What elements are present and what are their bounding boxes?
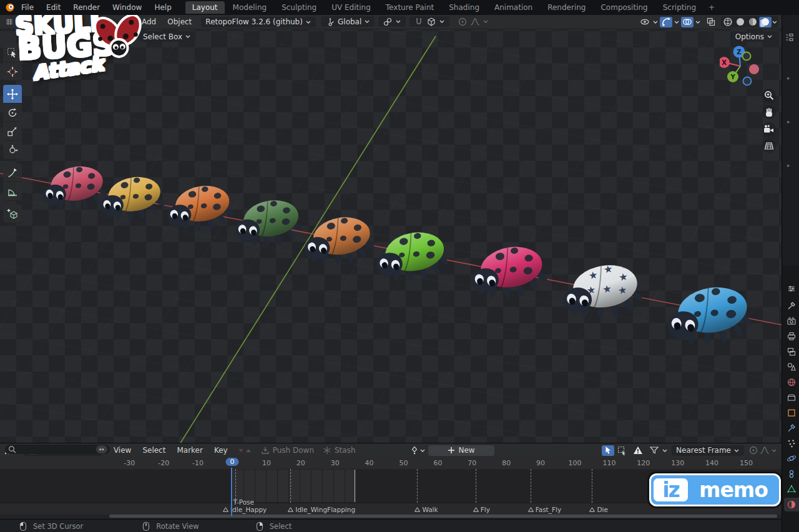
marker-T-Pose[interactable]: T-Pose bbox=[233, 498, 254, 506]
camera-view-icon[interactable] bbox=[762, 122, 776, 136]
properties-tab-constraints[interactable] bbox=[784, 467, 799, 481]
workspace-tab-sculpting[interactable]: Sculpting bbox=[275, 1, 323, 14]
menu-object[interactable]: Object bbox=[162, 17, 197, 26]
push-down-button[interactable]: Push Down bbox=[261, 446, 314, 455]
tool-scale[interactable] bbox=[3, 122, 22, 141]
menu-marker[interactable]: Marker bbox=[171, 446, 208, 455]
timeline-ruler[interactable]: -30-20-100102030405060708090100110120130… bbox=[0, 457, 782, 470]
properties-tab-tool[interactable] bbox=[784, 299, 799, 312]
tweak-select-icon[interactable] bbox=[602, 445, 614, 456]
options-dropdown[interactable]: Options bbox=[731, 31, 777, 42]
chevron-down-icon[interactable] bbox=[772, 19, 778, 25]
chevron-down-icon[interactable] bbox=[419, 448, 426, 453]
proportional-edit-icon[interactable] bbox=[748, 445, 758, 455]
move-up-icon[interactable] bbox=[245, 447, 252, 454]
properties-tab-scene[interactable] bbox=[784, 360, 799, 374]
workspace-tab-modeling[interactable]: Modeling bbox=[226, 1, 274, 14]
chevron-down-icon[interactable] bbox=[695, 19, 701, 25]
box-select-icon[interactable] bbox=[615, 445, 628, 456]
expand-handle[interactable]: ↔ bbox=[96, 445, 107, 453]
3d-viewport[interactable]: ★★★★★★ Add Object RetopoFlow 3.2.6 (gith… bbox=[0, 15, 782, 443]
properties-tab-output[interactable] bbox=[784, 329, 799, 343]
marker-Fly[interactable]: Fly bbox=[473, 506, 490, 513]
solid-icon[interactable] bbox=[734, 17, 747, 27]
snap-target-dropdown[interactable] bbox=[378, 16, 406, 27]
menu-edit[interactable]: Edit bbox=[40, 3, 67, 12]
workspace-tab-animation[interactable]: Animation bbox=[488, 1, 539, 14]
pan-hand-icon[interactable] bbox=[762, 105, 776, 119]
falloff-curve-icon[interactable] bbox=[760, 445, 770, 455]
marker-Die[interactable]: Die bbox=[589, 506, 607, 513]
menu-render[interactable]: Render bbox=[67, 3, 106, 12]
menu-view[interactable]: View bbox=[108, 446, 137, 455]
outliner-expand-icon[interactable]: ▸ bbox=[787, 118, 790, 125]
properties-tab-physics[interactable] bbox=[784, 452, 799, 465]
workspace-tab-scripting[interactable]: Scripting bbox=[656, 1, 703, 14]
marker-Idle_Happy[interactable]: Idle_Happy bbox=[223, 506, 267, 513]
filter-icon[interactable] bbox=[648, 445, 660, 456]
properties-tab-modifiers[interactable] bbox=[784, 421, 799, 435]
blender-logo[interactable] bbox=[5, 2, 15, 12]
wireframe-icon[interactable] bbox=[722, 17, 734, 27]
properties-tab-render[interactable] bbox=[784, 314, 799, 328]
ladybug-magenta[interactable] bbox=[466, 236, 556, 305]
tool-rotate[interactable] bbox=[3, 104, 22, 122]
outliner-expand-icon[interactable]: ▸ bbox=[787, 75, 790, 81]
xray-icon[interactable] bbox=[705, 17, 717, 27]
chevron-down-icon[interactable] bbox=[771, 448, 777, 453]
visibility-icon[interactable] bbox=[639, 17, 651, 27]
navigation-axis-gizmo[interactable]: Z X Y bbox=[720, 44, 765, 90]
ladybug-green-bright[interactable] bbox=[371, 223, 457, 288]
workspace-tab-texture-paint[interactable]: Texture Paint bbox=[379, 1, 441, 14]
menu-file[interactable]: File bbox=[15, 3, 40, 12]
menu-window[interactable]: Window bbox=[106, 3, 148, 12]
marker-Idle_WingFlapping[interactable]: Idle_WingFlapping bbox=[288, 506, 355, 513]
move-down-icon[interactable] bbox=[237, 447, 245, 454]
ladybug-blue[interactable] bbox=[661, 276, 762, 352]
properties-tab-material[interactable] bbox=[784, 498, 799, 511]
menu-select[interactable]: Select bbox=[137, 446, 171, 455]
channel-search[interactable]: ↔ bbox=[5, 445, 110, 454]
properties-tab-collection[interactable] bbox=[784, 390, 799, 404]
ladybug-yellow[interactable] bbox=[96, 168, 172, 226]
properties-tab-object[interactable] bbox=[784, 406, 799, 420]
properties-tab-object-data[interactable] bbox=[784, 482, 799, 496]
ortho-grid-icon[interactable] bbox=[762, 139, 776, 153]
playhead[interactable] bbox=[231, 468, 232, 516]
tool-move[interactable] bbox=[3, 85, 22, 104]
snapping-group[interactable] bbox=[409, 16, 449, 27]
action-browse-icon[interactable] bbox=[409, 445, 419, 455]
tool-transform[interactable] bbox=[3, 141, 22, 160]
properties-tab-world[interactable] bbox=[784, 375, 799, 389]
marker-Walk[interactable]: Walk bbox=[414, 506, 438, 513]
menu-key[interactable]: Key bbox=[208, 446, 233, 455]
snap-mode-dropdown[interactable]: Nearest Frame bbox=[672, 445, 744, 456]
tool-measure[interactable] bbox=[3, 182, 22, 201]
add-workspace-button[interactable]: + bbox=[704, 1, 719, 14]
workspace-tab-compositing[interactable]: Compositing bbox=[594, 1, 654, 14]
properties-tab-view-layer[interactable] bbox=[784, 345, 799, 359]
stash-button[interactable]: Stash bbox=[323, 446, 356, 455]
chevron-down-icon[interactable] bbox=[662, 448, 668, 453]
only-errors-icon[interactable] bbox=[632, 445, 644, 456]
zoom-icon[interactable] bbox=[762, 89, 776, 102]
tool-annotate[interactable] bbox=[3, 163, 22, 182]
current-frame-indicator[interactable]: 0 bbox=[226, 458, 239, 466]
rendered-icon[interactable] bbox=[759, 17, 772, 27]
retopoflow-dropdown[interactable]: RetopoFlow 3.2.6 (github) bbox=[201, 17, 316, 27]
marker-Fast_Fly[interactable]: Fast_Fly bbox=[528, 506, 562, 513]
material-preview-icon[interactable] bbox=[747, 17, 759, 27]
editor-type-dropdown[interactable] bbox=[5, 17, 14, 27]
gizmos-icon[interactable] bbox=[660, 17, 672, 27]
workspace-tab-uv-editing[interactable]: UV Editing bbox=[325, 1, 378, 14]
workspace-tab-layout[interactable]: Layout bbox=[185, 1, 225, 14]
new-action-button[interactable]: New bbox=[428, 445, 494, 456]
chevron-down-icon[interactable] bbox=[652, 19, 659, 25]
workspace-tab-shading[interactable]: Shading bbox=[442, 1, 486, 14]
chevron-down-icon[interactable] bbox=[674, 19, 680, 25]
horizontal-scrollbar[interactable] bbox=[109, 515, 777, 518]
ladybug-green-dark[interactable] bbox=[230, 191, 310, 252]
overlays-icon[interactable] bbox=[681, 17, 694, 27]
ladybug-orange[interactable] bbox=[162, 177, 242, 236]
ladybug-amber[interactable] bbox=[299, 208, 383, 271]
